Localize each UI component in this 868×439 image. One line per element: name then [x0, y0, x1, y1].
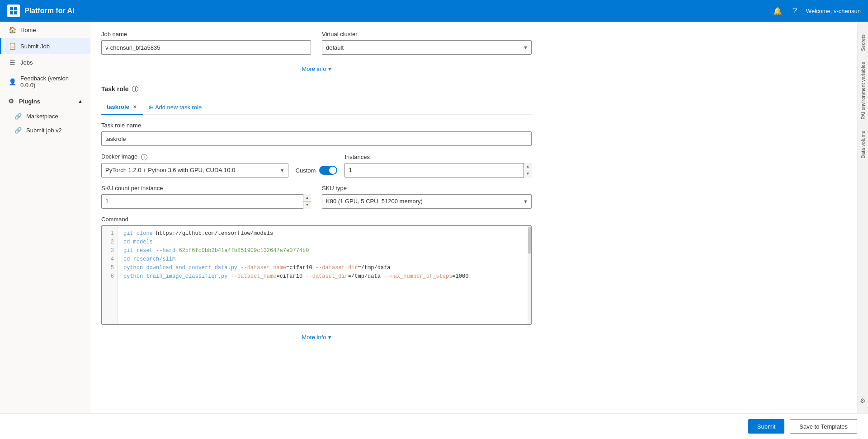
right-tab-env-vars[interactable]: PAI environment variables	[859, 58, 867, 123]
sku-count-decrement-button[interactable]: ▼	[303, 201, 311, 209]
submit-button[interactable]: Submit	[748, 419, 784, 434]
code-scrollbar-thumb	[528, 227, 531, 254]
command-editor[interactable]: 1 2 3 4 5 6 git clone https://github.com…	[101, 225, 532, 325]
sidebar-item-submit-job-v2[interactable]: 🔗 Submit job v2	[0, 123, 90, 137]
sku-count-input[interactable]: 1	[101, 194, 311, 209]
sidebar-item-home[interactable]: 🏠 Home	[0, 22, 90, 38]
help-icon[interactable]: ?	[791, 5, 799, 17]
main-content: Job name v-chensun_bf1a5835 Virtual clus…	[90, 22, 857, 413]
docker-custom-toggle[interactable]	[319, 166, 337, 175]
sidebar-item-submit-job-v2-label: Submit job v2	[26, 127, 62, 134]
notification-bell-icon[interactable]: 🔔	[771, 5, 784, 17]
line-num-2: 2	[105, 238, 114, 247]
sku-count-spinbox: 1 ▲ ▼	[101, 194, 311, 209]
code-text-5a: =cifar10	[286, 265, 316, 271]
sku-count-spinbox-buttons: ▲ ▼	[303, 194, 311, 209]
code-cmd-1: git clone	[123, 230, 156, 237]
task-role-info-icon[interactable]: i	[132, 86, 138, 92]
welcome-text: Welcome, v-chensun	[806, 8, 861, 14]
sku-type-select[interactable]: K80 (1 GPU, 5 CPU, 51200 memory)	[322, 194, 532, 209]
sidebar-item-marketplace-label: Marketplace	[26, 113, 58, 120]
content-area: Job name v-chensun_bf1a5835 Virtual clus…	[90, 22, 542, 353]
sku-count-increment-button[interactable]: ▲	[303, 194, 311, 202]
task-role-name-label: Task role name	[101, 122, 532, 129]
sidebar-item-plugins[interactable]: ⚙ Plugins ▲	[0, 93, 90, 109]
more-info-top[interactable]: More info ▾	[101, 62, 532, 76]
more-info-bottom-chevron-icon: ▾	[328, 334, 331, 341]
instances-label: Instances	[344, 154, 532, 160]
code-line-4: cd research/slim	[123, 255, 522, 264]
docker-info-icon[interactable]: i	[141, 154, 147, 160]
sidebar-item-submit-job[interactable]: 📋 Submit Job	[0, 38, 90, 54]
feedback-icon: 👤	[9, 78, 16, 85]
sku-type-select-wrapper: K80 (1 GPU, 5 CPU, 51200 memory) ▼	[322, 194, 532, 209]
job-name-group: Job name v-chensun_bf1a5835	[101, 31, 311, 55]
sidebar-item-home-label: Home	[20, 27, 36, 33]
app-logo: Platform for AI	[7, 5, 771, 17]
instances-spinbox: 1 ▲ ▼	[344, 163, 532, 177]
job-name-input[interactable]: v-chensun_bf1a5835	[101, 40, 311, 55]
code-url-1: https://github.com/tensorflow/models	[156, 230, 273, 237]
sku-type-label: SKU type	[322, 185, 532, 191]
task-role-tabs: taskrole ✕ ⊕ Add new task role	[101, 100, 532, 115]
sidebar-item-jobs[interactable]: ☰ Jobs	[0, 54, 90, 70]
taskrole-tab-label: taskrole	[107, 103, 129, 110]
save-to-templates-button[interactable]: Save to Templates	[790, 419, 857, 434]
sidebar: 🏠 Home 📋 Submit Job ☰ Jobs 👤 Feedback (v…	[0, 22, 90, 413]
instances-input[interactable]: 1	[344, 163, 532, 177]
code-line-numbers: 1 2 3 4 5 6	[102, 226, 118, 324]
submit-job-v2-icon: 🔗	[14, 127, 22, 134]
taskrole-tab-close-icon[interactable]: ✕	[132, 104, 137, 110]
job-name-label: Job name	[101, 31, 311, 37]
code-hash-3: 62bf6fc0bb2b41a4fb851909c132647a7e0774b0	[179, 248, 309, 254]
code-scrollbar[interactable]	[528, 226, 531, 324]
svg-rect-2	[10, 11, 13, 14]
right-tab-data-volume[interactable]: Data volume	[859, 127, 867, 162]
code-text-6b: =/tmp/data	[348, 273, 384, 280]
task-role-label: Task role	[101, 85, 128, 93]
task-role-name-group: Task role name taskrole	[101, 122, 532, 146]
footer: Submit Save to Templates	[0, 413, 868, 439]
code-line-2: cd models	[123, 238, 522, 247]
virtual-cluster-select[interactable]: default	[322, 40, 532, 55]
line-num-4: 4	[105, 255, 114, 264]
header-actions: 🔔 ? Welcome, v-chensun	[771, 5, 861, 17]
instances-increment-button[interactable]: ▲	[524, 163, 532, 171]
sidebar-item-marketplace[interactable]: 🔗 Marketplace	[0, 109, 90, 123]
code-content[interactable]: git clone https://github.com/tensorflow/…	[118, 226, 528, 324]
docker-image-select[interactable]: PyTorch 1.2.0 + Python 3.6 with GPU, CUD…	[101, 163, 288, 177]
instances-decrement-button[interactable]: ▼	[524, 170, 532, 177]
sidebar-item-plugins-label: Plugins	[19, 98, 40, 105]
settings-icon[interactable]: ⚙	[860, 397, 866, 404]
task-role-name-input[interactable]: taskrole	[101, 131, 532, 146]
more-info-bottom[interactable]: More info ▾	[101, 330, 532, 344]
docker-image-label: Docker image i	[101, 153, 288, 160]
docker-image-group: Docker image i PyTorch 1.2.0 + Python 3.…	[101, 153, 288, 177]
code-arg-6a: --dataset_name	[231, 273, 277, 280]
virtual-cluster-select-wrapper: default ▼	[322, 40, 532, 55]
sidebar-item-submit-job-label: Submit Job	[20, 43, 50, 50]
code-line-5: python download_and_convert_data.py --da…	[123, 264, 522, 272]
code-text-6a: =cifar10	[276, 273, 306, 280]
logo-icon	[7, 5, 20, 17]
plugins-icon: ⚙	[7, 98, 14, 105]
taskrole-tab[interactable]: taskrole ✕	[101, 100, 143, 115]
add-tab-plus-icon: ⊕	[148, 104, 153, 111]
task-role-section-header: Task role i	[101, 85, 532, 93]
docker-custom-toggle-group: Custom	[296, 166, 338, 177]
docker-image-select-wrapper: PyTorch 1.2.0 + Python 3.6 with GPU, CUD…	[101, 163, 288, 177]
docker-row: Docker image i PyTorch 1.2.0 + Python 3.…	[101, 153, 532, 177]
task-role-name-row: Task role name taskrole	[101, 122, 532, 146]
more-info-bottom-label: More info	[302, 334, 326, 341]
code-cmd-5: python download_and_convert_data.py	[123, 265, 241, 271]
plugins-chevron-icon: ▲	[78, 98, 83, 104]
app-title: Platform for AI	[24, 7, 75, 15]
sidebar-item-feedback[interactable]: 👤 Feedback (version 0.0.0)	[0, 70, 90, 93]
code-arg-5b: --dataset_dir	[316, 265, 358, 271]
more-info-top-label: More info	[302, 65, 326, 72]
sidebar-item-jobs-label: Jobs	[20, 59, 33, 66]
right-tab-secrets[interactable]: Secrets	[859, 31, 867, 55]
add-task-role-tab[interactable]: ⊕ Add new task role	[143, 100, 207, 114]
marketplace-icon: 🔗	[14, 113, 22, 120]
sku-row: SKU count per instance 1 ▲ ▼ SKU type K8…	[101, 185, 532, 209]
